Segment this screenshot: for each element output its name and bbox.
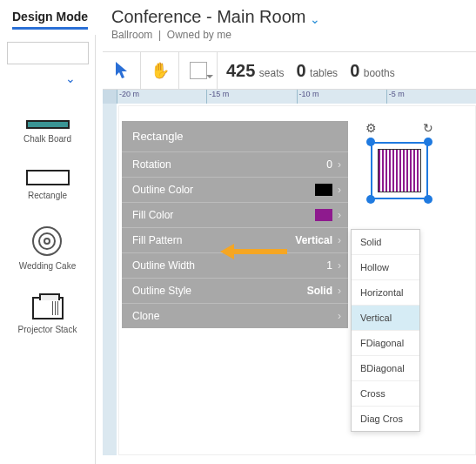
chalk-board-icon	[26, 120, 70, 129]
palette-projector-stack[interactable]: Projector Stack	[18, 297, 77, 334]
seat-count: 425	[226, 61, 255, 80]
resize-handle[interactable]	[424, 138, 432, 146]
room-title[interactable]: Conference - Main Room ⌄	[111, 7, 467, 27]
selected-rectangle[interactable]: ⚙ ↻	[371, 142, 428, 199]
dropdown-item-hollow[interactable]: Hollow	[352, 255, 419, 280]
ruler-corner	[103, 90, 117, 104]
dropdown-item-diag-cros[interactable]: Diag Cros	[352, 407, 419, 431]
prop-rotation[interactable]: Rotation 0›	[122, 151, 348, 177]
prop-fill-pattern[interactable]: Fill Pattern Vertical›	[122, 227, 348, 252]
dropdown-item-fdiagonal[interactable]: FDiagonal	[352, 331, 419, 356]
palette-label: Rectangle	[28, 191, 67, 200]
color-picker[interactable]	[179, 51, 218, 90]
resize-handle[interactable]	[366, 195, 375, 204]
toolbar: ✋ 425 seats 0 tables 0 booths	[103, 51, 476, 90]
prop-outline-style[interactable]: Outline Style Solid›	[122, 278, 348, 303]
palette-label: Wedding Cake	[19, 261, 76, 271]
color-swatch-black	[315, 184, 332, 196]
palette-label: Projector Stack	[18, 325, 77, 334]
properties-panel: Rectangle Rotation 0› Outline Color › Fi…	[122, 121, 348, 328]
dropdown-item-solid[interactable]: Solid	[352, 230, 419, 255]
hand-icon: ✋	[151, 61, 170, 80]
palette-chalk-board[interactable]: Chalk Board	[23, 120, 71, 144]
design-mode-tab[interactable]: Design Mode	[12, 10, 88, 30]
color-swatch-icon	[190, 62, 207, 79]
search-input[interactable]	[7, 42, 89, 64]
prop-clone[interactable]: Clone ›	[122, 303, 348, 328]
chevron-down-icon: ⌄	[310, 12, 320, 26]
properties-title: Rectangle	[122, 121, 348, 151]
prop-fill-color[interactable]: Fill Color ›	[122, 202, 348, 227]
prop-outline-width[interactable]: Outline Width 1›	[122, 252, 348, 278]
dropdown-item-bdiagonal[interactable]: BDiagonal	[352, 356, 419, 381]
prop-outline-color[interactable]: Outline Color ›	[122, 177, 348, 202]
gear-icon[interactable]: ⚙	[365, 121, 377, 135]
canvas[interactable]: -20 m -15 m -10 m -5 m Rectangle Rotatio…	[103, 90, 476, 455]
booth-count: 0	[350, 61, 359, 80]
hand-tool[interactable]: ✋	[141, 51, 179, 90]
ruler-horizontal: -20 m -15 m -10 m -5 m	[103, 90, 476, 104]
sidebar: ⌄ Chalk Board Rectangle Wedding Cake Pro…	[0, 35, 96, 464]
dropdown-item-cross[interactable]: Cross	[352, 381, 419, 407]
fill-pattern-dropdown: SolidHollowHorizontalVerticalFDiagonalBD…	[351, 229, 420, 432]
room-subtitle: Ballroom | Owned by me	[111, 29, 467, 41]
rotate-icon[interactable]: ↻	[423, 121, 433, 135]
pointer-tool[interactable]	[103, 51, 141, 90]
dropdown-item-horizontal[interactable]: Horizontal	[352, 280, 419, 306]
table-count: 0	[297, 61, 306, 80]
ruler-vertical	[103, 104, 117, 455]
resize-handle[interactable]	[366, 138, 375, 146]
resize-handle[interactable]	[424, 195, 432, 204]
palette-rectangle[interactable]: Rectangle	[26, 170, 70, 200]
rectangle-icon	[26, 170, 70, 185]
color-swatch-purple	[315, 209, 332, 221]
palette-wedding-cake[interactable]: Wedding Cake	[19, 226, 76, 271]
projector-stack-icon	[32, 297, 64, 319]
palette-label: Chalk Board	[23, 134, 71, 144]
dropdown-item-vertical[interactable]: Vertical	[352, 306, 419, 331]
chevron-down-icon[interactable]: ⌄	[65, 71, 76, 85]
wedding-cake-icon	[32, 226, 62, 256]
